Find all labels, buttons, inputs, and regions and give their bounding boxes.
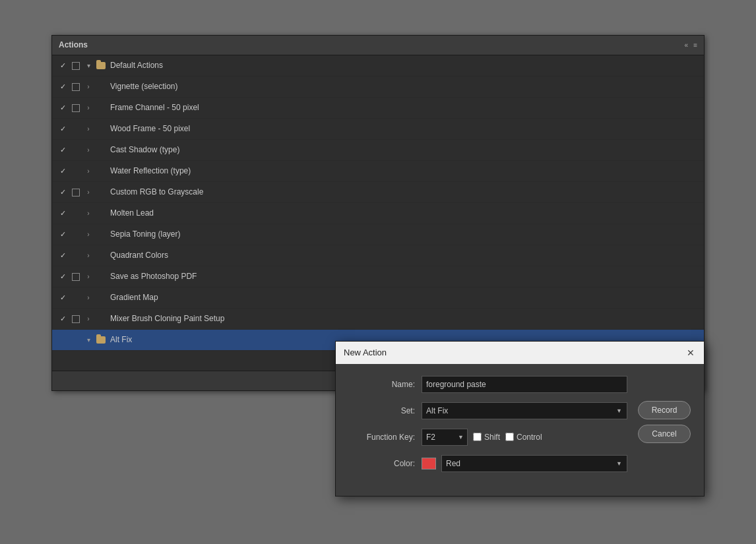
action-name: Vignette (selection) <box>108 82 700 91</box>
cancel-button[interactable]: Cancel <box>638 425 691 443</box>
action-name: Mixer Brush Cloning Paint Setup <box>108 314 700 323</box>
action-box <box>69 272 82 281</box>
new-action-dialog: New Action ✕ Name: Set: Alt Fix Default … <box>335 341 705 497</box>
shift-label: Shift <box>484 433 500 442</box>
action-row[interactable]: ✓›Custom RGB to Grayscale <box>52 182 704 203</box>
function-key-select[interactable]: None F1 F2 F3 F4 F5 F6 F7 F8 F9 F10 F11 <box>422 429 468 446</box>
action-name: Wood Frame - 50 pixel <box>108 124 700 133</box>
action-row[interactable]: ✓›Mixer Brush Cloning Paint Setup <box>52 309 704 330</box>
name-input[interactable] <box>422 376 627 393</box>
action-row[interactable]: ✓›Cast Shadow (type) <box>52 140 704 161</box>
action-check[interactable]: ✓ <box>56 146 69 154</box>
panel-header: Actions « ≡ <box>52 36 704 55</box>
color-row: Color: None Red Orange Yellow Green Blue… <box>349 455 691 472</box>
panel-body: ✓▾Default Actions✓›Vignette (selection)✓… <box>52 55 704 351</box>
action-expand[interactable]: › <box>82 167 94 175</box>
action-box <box>69 82 82 91</box>
name-row: Name: <box>349 376 691 393</box>
action-box <box>69 61 82 70</box>
dialog-body: Name: Set: Alt Fix Default Actions Funct… <box>336 364 704 496</box>
action-box <box>69 314 82 323</box>
control-checkbox-label[interactable]: Control <box>505 433 542 442</box>
action-check[interactable]: ✓ <box>56 315 69 323</box>
color-swatch <box>422 458 436 469</box>
action-name: Custom RGB to Grayscale <box>108 187 700 196</box>
action-expand[interactable]: › <box>82 294 94 301</box>
action-expand[interactable]: ▾ <box>82 62 94 69</box>
action-check[interactable]: ✓ <box>56 209 69 218</box>
dialog-close-button[interactable]: ✕ <box>685 348 696 358</box>
action-check[interactable]: ✓ <box>56 61 69 70</box>
action-expand[interactable]: › <box>82 315 94 322</box>
action-row[interactable]: ✓›Water Reflection (type) <box>52 161 704 182</box>
dialog-buttons: Record Cancel <box>638 401 691 443</box>
action-expand[interactable]: ▾ <box>82 336 94 344</box>
action-check[interactable]: ✓ <box>56 293 69 302</box>
action-check[interactable]: ✓ <box>56 188 69 196</box>
shift-checkbox[interactable] <box>473 433 482 441</box>
double-arrow-icon[interactable]: « <box>685 42 689 49</box>
action-expand[interactable]: › <box>82 252 94 259</box>
color-label: Color: <box>349 459 422 468</box>
action-name: Gradient Map <box>108 293 700 302</box>
color-select[interactable]: None Red Orange Yellow Green Blue Violet… <box>441 455 627 472</box>
color-controls: None Red Orange Yellow Green Blue Violet… <box>422 455 627 472</box>
record-button[interactable]: Record <box>638 401 691 419</box>
color-select-wrapper: None Red Orange Yellow Green Blue Violet… <box>441 455 627 472</box>
action-name: Save as Photoshop PDF <box>108 272 700 281</box>
fkey-select-wrapper: None F1 F2 F3 F4 F5 F6 F7 F8 F9 F10 F11 <box>422 429 468 446</box>
action-check[interactable]: ✓ <box>56 125 69 133</box>
action-name: Water Reflection (type) <box>108 166 700 175</box>
action-box <box>69 187 82 196</box>
panel-header-icons: « ≡ <box>685 42 697 49</box>
shift-checkbox-label[interactable]: Shift <box>473 433 500 442</box>
folder-icon <box>94 61 108 70</box>
menu-icon[interactable]: ≡ <box>693 42 697 49</box>
action-expand[interactable]: › <box>82 104 94 111</box>
action-row[interactable]: ✓›Save as Photoshop PDF <box>52 266 704 287</box>
set-label: Set: <box>349 406 422 415</box>
panel-title: Actions <box>59 40 88 49</box>
action-name: Default Actions <box>108 61 700 70</box>
action-box <box>69 103 82 112</box>
actions-panel: Actions « ≡ ✓▾Default Actions✓›Vignette … <box>51 35 705 391</box>
action-row[interactable]: ✓›Sepia Toning (layer) <box>52 224 704 245</box>
action-expand[interactable]: › <box>82 83 94 90</box>
action-expand[interactable]: › <box>82 125 94 133</box>
action-row[interactable]: ✓▾Default Actions <box>52 55 704 76</box>
dialog-header: New Action ✕ <box>336 342 704 364</box>
function-key-controls: None F1 F2 F3 F4 F5 F6 F7 F8 F9 F10 F11 <box>422 429 627 446</box>
action-row[interactable]: ✓›Quadrant Colors <box>52 245 704 266</box>
dialog-title: New Action <box>344 348 387 357</box>
action-expand[interactable]: › <box>82 189 94 196</box>
action-name: Frame Channel - 50 pixel <box>108 103 700 112</box>
action-name: Cast Shadow (type) <box>108 145 700 154</box>
control-checkbox[interactable] <box>505 433 514 441</box>
action-expand[interactable]: › <box>82 231 94 238</box>
action-name: Molten Lead <box>108 208 700 218</box>
control-label: Control <box>517 433 542 442</box>
action-row[interactable]: ✓›Frame Channel - 50 pixel <box>52 98 704 119</box>
action-row[interactable]: ✓›Molten Lead <box>52 203 704 224</box>
action-expand[interactable]: › <box>82 273 94 280</box>
set-select[interactable]: Alt Fix Default Actions <box>422 402 627 419</box>
action-row[interactable]: ✓›Vignette (selection) <box>52 76 704 98</box>
action-row[interactable]: ✓›Wood Frame - 50 pixel <box>52 119 704 140</box>
action-check[interactable]: ✓ <box>56 167 69 175</box>
action-name: Sepia Toning (layer) <box>108 229 700 239</box>
action-row[interactable]: ✓›Gradient Map <box>52 287 704 309</box>
action-name: Quadrant Colors <box>108 251 700 260</box>
function-key-label: Function Key: <box>349 433 422 442</box>
folder-icon <box>94 335 108 344</box>
action-expand[interactable]: › <box>82 210 94 217</box>
name-label: Name: <box>349 380 422 389</box>
action-check[interactable]: ✓ <box>56 230 69 239</box>
set-select-wrapper: Alt Fix Default Actions <box>422 402 627 419</box>
action-check[interactable]: ✓ <box>56 104 69 112</box>
action-expand[interactable]: › <box>82 146 94 154</box>
action-check[interactable]: ✓ <box>56 272 69 281</box>
action-check[interactable]: ✓ <box>56 82 69 91</box>
action-check[interactable]: ✓ <box>56 251 69 260</box>
